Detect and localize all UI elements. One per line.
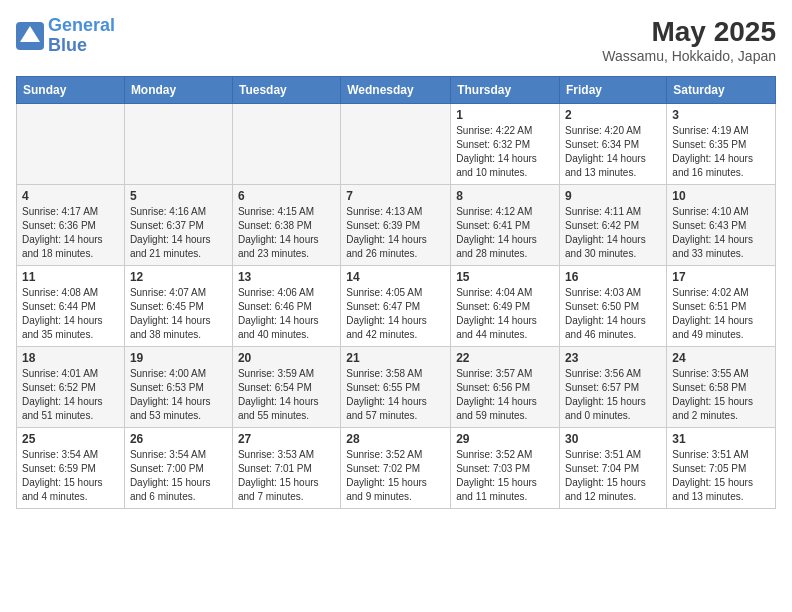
calendar-cell: 11Sunrise: 4:08 AM Sunset: 6:44 PM Dayli… bbox=[17, 266, 125, 347]
day-info: Sunrise: 4:19 AM Sunset: 6:35 PM Dayligh… bbox=[672, 124, 770, 180]
day-info: Sunrise: 4:12 AM Sunset: 6:41 PM Dayligh… bbox=[456, 205, 554, 261]
day-info: Sunrise: 4:15 AM Sunset: 6:38 PM Dayligh… bbox=[238, 205, 335, 261]
calendar-cell: 19Sunrise: 4:00 AM Sunset: 6:53 PM Dayli… bbox=[124, 347, 232, 428]
calendar-cell: 14Sunrise: 4:05 AM Sunset: 6:47 PM Dayli… bbox=[341, 266, 451, 347]
day-info: Sunrise: 4:06 AM Sunset: 6:46 PM Dayligh… bbox=[238, 286, 335, 342]
calendar-cell: 7Sunrise: 4:13 AM Sunset: 6:39 PM Daylig… bbox=[341, 185, 451, 266]
weekday-header-tuesday: Tuesday bbox=[232, 77, 340, 104]
page-header: General Blue May 2025 Wassamu, Hokkaido,… bbox=[16, 16, 776, 64]
day-info: Sunrise: 3:51 AM Sunset: 7:05 PM Dayligh… bbox=[672, 448, 770, 504]
calendar-cell: 25Sunrise: 3:54 AM Sunset: 6:59 PM Dayli… bbox=[17, 428, 125, 509]
day-info: Sunrise: 4:00 AM Sunset: 6:53 PM Dayligh… bbox=[130, 367, 227, 423]
day-number: 7 bbox=[346, 189, 445, 203]
day-number: 31 bbox=[672, 432, 770, 446]
day-info: Sunrise: 4:13 AM Sunset: 6:39 PM Dayligh… bbox=[346, 205, 445, 261]
day-info: Sunrise: 3:56 AM Sunset: 6:57 PM Dayligh… bbox=[565, 367, 661, 423]
day-info: Sunrise: 4:20 AM Sunset: 6:34 PM Dayligh… bbox=[565, 124, 661, 180]
day-number: 27 bbox=[238, 432, 335, 446]
calendar-cell bbox=[17, 104, 125, 185]
calendar-week-4: 18Sunrise: 4:01 AM Sunset: 6:52 PM Dayli… bbox=[17, 347, 776, 428]
day-number: 17 bbox=[672, 270, 770, 284]
day-info: Sunrise: 3:52 AM Sunset: 7:02 PM Dayligh… bbox=[346, 448, 445, 504]
calendar-cell: 24Sunrise: 3:55 AM Sunset: 6:58 PM Dayli… bbox=[667, 347, 776, 428]
day-info: Sunrise: 3:59 AM Sunset: 6:54 PM Dayligh… bbox=[238, 367, 335, 423]
day-info: Sunrise: 3:57 AM Sunset: 6:56 PM Dayligh… bbox=[456, 367, 554, 423]
day-info: Sunrise: 4:08 AM Sunset: 6:44 PM Dayligh… bbox=[22, 286, 119, 342]
weekday-header-wednesday: Wednesday bbox=[341, 77, 451, 104]
day-number: 16 bbox=[565, 270, 661, 284]
day-number: 20 bbox=[238, 351, 335, 365]
day-info: Sunrise: 4:16 AM Sunset: 6:37 PM Dayligh… bbox=[130, 205, 227, 261]
calendar-table: SundayMondayTuesdayWednesdayThursdayFrid… bbox=[16, 76, 776, 509]
day-info: Sunrise: 4:17 AM Sunset: 6:36 PM Dayligh… bbox=[22, 205, 119, 261]
day-number: 6 bbox=[238, 189, 335, 203]
day-number: 22 bbox=[456, 351, 554, 365]
day-number: 10 bbox=[672, 189, 770, 203]
calendar-cell: 4Sunrise: 4:17 AM Sunset: 6:36 PM Daylig… bbox=[17, 185, 125, 266]
calendar-cell bbox=[341, 104, 451, 185]
day-number: 14 bbox=[346, 270, 445, 284]
weekday-header-friday: Friday bbox=[560, 77, 667, 104]
calendar-cell bbox=[232, 104, 340, 185]
calendar-cell: 16Sunrise: 4:03 AM Sunset: 6:50 PM Dayli… bbox=[560, 266, 667, 347]
calendar-week-3: 11Sunrise: 4:08 AM Sunset: 6:44 PM Dayli… bbox=[17, 266, 776, 347]
calendar-cell: 1Sunrise: 4:22 AM Sunset: 6:32 PM Daylig… bbox=[451, 104, 560, 185]
calendar-cell: 10Sunrise: 4:10 AM Sunset: 6:43 PM Dayli… bbox=[667, 185, 776, 266]
day-info: Sunrise: 3:54 AM Sunset: 7:00 PM Dayligh… bbox=[130, 448, 227, 504]
calendar-cell: 6Sunrise: 4:15 AM Sunset: 6:38 PM Daylig… bbox=[232, 185, 340, 266]
day-info: Sunrise: 4:07 AM Sunset: 6:45 PM Dayligh… bbox=[130, 286, 227, 342]
calendar-cell: 20Sunrise: 3:59 AM Sunset: 6:54 PM Dayli… bbox=[232, 347, 340, 428]
day-info: Sunrise: 4:03 AM Sunset: 6:50 PM Dayligh… bbox=[565, 286, 661, 342]
day-number: 12 bbox=[130, 270, 227, 284]
weekday-header-thursday: Thursday bbox=[451, 77, 560, 104]
title-block: May 2025 Wassamu, Hokkaido, Japan bbox=[602, 16, 776, 64]
day-number: 9 bbox=[565, 189, 661, 203]
weekday-header-row: SundayMondayTuesdayWednesdayThursdayFrid… bbox=[17, 77, 776, 104]
day-info: Sunrise: 3:52 AM Sunset: 7:03 PM Dayligh… bbox=[456, 448, 554, 504]
day-info: Sunrise: 4:01 AM Sunset: 6:52 PM Dayligh… bbox=[22, 367, 119, 423]
day-number: 25 bbox=[22, 432, 119, 446]
calendar-cell: 13Sunrise: 4:06 AM Sunset: 6:46 PM Dayli… bbox=[232, 266, 340, 347]
day-number: 3 bbox=[672, 108, 770, 122]
calendar-cell: 30Sunrise: 3:51 AM Sunset: 7:04 PM Dayli… bbox=[560, 428, 667, 509]
day-info: Sunrise: 3:55 AM Sunset: 6:58 PM Dayligh… bbox=[672, 367, 770, 423]
logo-line2: Blue bbox=[48, 35, 87, 55]
day-number: 15 bbox=[456, 270, 554, 284]
day-number: 23 bbox=[565, 351, 661, 365]
calendar-cell: 18Sunrise: 4:01 AM Sunset: 6:52 PM Dayli… bbox=[17, 347, 125, 428]
weekday-header-saturday: Saturday bbox=[667, 77, 776, 104]
day-number: 24 bbox=[672, 351, 770, 365]
day-info: Sunrise: 3:51 AM Sunset: 7:04 PM Dayligh… bbox=[565, 448, 661, 504]
month-title: May 2025 bbox=[602, 16, 776, 48]
day-info: Sunrise: 4:11 AM Sunset: 6:42 PM Dayligh… bbox=[565, 205, 661, 261]
day-number: 30 bbox=[565, 432, 661, 446]
calendar-cell: 17Sunrise: 4:02 AM Sunset: 6:51 PM Dayli… bbox=[667, 266, 776, 347]
calendar-cell: 29Sunrise: 3:52 AM Sunset: 7:03 PM Dayli… bbox=[451, 428, 560, 509]
calendar-week-5: 25Sunrise: 3:54 AM Sunset: 6:59 PM Dayli… bbox=[17, 428, 776, 509]
day-number: 18 bbox=[22, 351, 119, 365]
calendar-cell: 15Sunrise: 4:04 AM Sunset: 6:49 PM Dayli… bbox=[451, 266, 560, 347]
day-number: 29 bbox=[456, 432, 554, 446]
day-number: 1 bbox=[456, 108, 554, 122]
calendar-week-1: 1Sunrise: 4:22 AM Sunset: 6:32 PM Daylig… bbox=[17, 104, 776, 185]
logo-line1: General bbox=[48, 15, 115, 35]
day-number: 26 bbox=[130, 432, 227, 446]
calendar-cell: 28Sunrise: 3:52 AM Sunset: 7:02 PM Dayli… bbox=[341, 428, 451, 509]
day-info: Sunrise: 4:05 AM Sunset: 6:47 PM Dayligh… bbox=[346, 286, 445, 342]
calendar-cell: 8Sunrise: 4:12 AM Sunset: 6:41 PM Daylig… bbox=[451, 185, 560, 266]
calendar-week-2: 4Sunrise: 4:17 AM Sunset: 6:36 PM Daylig… bbox=[17, 185, 776, 266]
calendar-cell: 23Sunrise: 3:56 AM Sunset: 6:57 PM Dayli… bbox=[560, 347, 667, 428]
calendar-cell: 12Sunrise: 4:07 AM Sunset: 6:45 PM Dayli… bbox=[124, 266, 232, 347]
calendar-cell: 27Sunrise: 3:53 AM Sunset: 7:01 PM Dayli… bbox=[232, 428, 340, 509]
day-info: Sunrise: 3:54 AM Sunset: 6:59 PM Dayligh… bbox=[22, 448, 119, 504]
day-number: 11 bbox=[22, 270, 119, 284]
logo: General Blue bbox=[16, 16, 115, 56]
calendar-cell: 2Sunrise: 4:20 AM Sunset: 6:34 PM Daylig… bbox=[560, 104, 667, 185]
day-info: Sunrise: 4:10 AM Sunset: 6:43 PM Dayligh… bbox=[672, 205, 770, 261]
day-number: 13 bbox=[238, 270, 335, 284]
day-number: 4 bbox=[22, 189, 119, 203]
weekday-header-sunday: Sunday bbox=[17, 77, 125, 104]
calendar-cell: 21Sunrise: 3:58 AM Sunset: 6:55 PM Dayli… bbox=[341, 347, 451, 428]
day-info: Sunrise: 4:02 AM Sunset: 6:51 PM Dayligh… bbox=[672, 286, 770, 342]
location-title: Wassamu, Hokkaido, Japan bbox=[602, 48, 776, 64]
